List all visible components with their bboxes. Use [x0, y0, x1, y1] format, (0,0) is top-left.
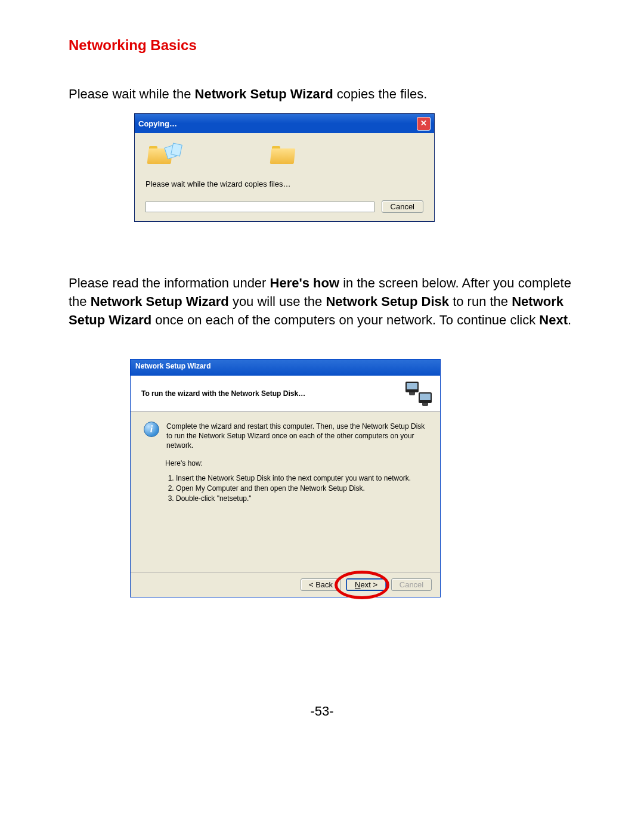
flying-papers-icon [166, 144, 182, 159]
computers-icon [405, 382, 432, 405]
paragraph-2: Please read the information under Here's… [69, 274, 575, 329]
folder-open-icon [271, 146, 295, 164]
wizard-titlebar: Network Setup Wizard [131, 360, 440, 376]
wizard-step: Open My Computer and then open the Netwo… [176, 484, 427, 494]
progress-bar [145, 202, 374, 212]
wizard-dialog: Network Setup Wizard To run the wizard w… [130, 359, 441, 597]
info-icon: i [144, 422, 159, 437]
page-number: -53- [0, 704, 644, 719]
wizard-step: Double-click "netsetup." [176, 494, 427, 504]
next-button[interactable]: Next > [346, 578, 386, 591]
wizard-step: Insert the Network Setup Disk into the n… [176, 473, 427, 484]
copying-title: Copying… [138, 119, 177, 128]
page-title: Networking Basics [69, 37, 197, 54]
close-icon[interactable]: ✕ [417, 117, 431, 131]
paragraph-1: Please wait while the Network Setup Wiza… [69, 85, 575, 104]
copying-message: Please wait while the wizard copies file… [145, 179, 423, 188]
wizard-header-text: To run the wizard with the Network Setup… [141, 389, 305, 398]
wizard-info-text: Complete the wizard and restart this com… [166, 422, 427, 451]
cancel-button[interactable]: Cancel [382, 200, 423, 213]
heres-how-label: Here's how: [165, 459, 427, 467]
copying-dialog: Copying… ✕ Please wait while the wizard … [134, 113, 435, 222]
cancel-button: Cancel [391, 578, 432, 591]
back-button[interactable]: < Back [301, 578, 341, 591]
wizard-header: To run the wizard with the Network Setup… [131, 376, 440, 412]
wizard-footer: < Back Next > Cancel [131, 572, 440, 597]
copy-animation [145, 139, 423, 175]
wizard-steps: Insert the Network Setup Disk into the n… [165, 473, 427, 504]
copying-titlebar: Copying… ✕ [135, 114, 434, 133]
